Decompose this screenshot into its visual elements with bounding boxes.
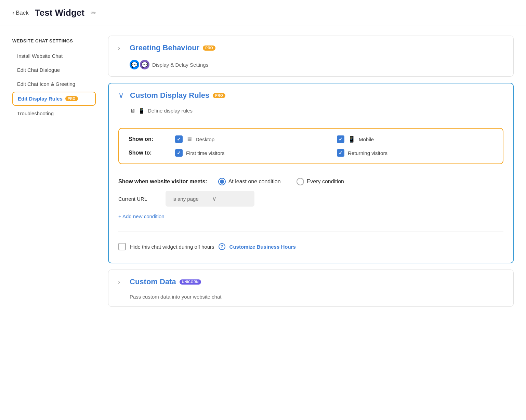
mobile-option[interactable]: 📱 Mobile: [337, 135, 493, 143]
business-hours-text: Hide this chat widget during off hours: [130, 244, 214, 250]
sidebar-section-title: WEBSITE CHAT SETTINGS: [12, 38, 96, 43]
back-button[interactable]: ‹ Back: [12, 9, 29, 16]
display-pro-badge: PRO: [65, 96, 78, 101]
desktop-label: Desktop: [196, 136, 214, 142]
page-header: ‹ Back Test Widget ✏: [0, 0, 526, 26]
every-condition-radio-outer: [297, 178, 304, 185]
messenger-blue-icon: 💬: [130, 60, 139, 69]
help-icon[interactable]: ?: [219, 243, 225, 250]
returning-option[interactable]: Returning visitors: [337, 149, 493, 157]
greeting-section: › Greeting Behaviour PRO 💬 💬 Display & D…: [108, 36, 514, 77]
back-label: Back: [16, 10, 29, 16]
conditions-section: Show when website visitor meets: At leas…: [118, 171, 503, 253]
show-to-label: Show to:: [129, 150, 170, 156]
define-icon-2: 📱: [138, 107, 145, 114]
sidebar-item-troubleshoot[interactable]: Troubleshooting: [12, 107, 96, 120]
sidebar-item-dialogue[interactable]: Edit Chat Dialogue: [12, 64, 96, 76]
mobile-icon: 📱: [348, 135, 355, 143]
desktop-icon: 🖥: [186, 136, 192, 143]
greeting-section-title: Greeting Behaviour PRO: [130, 43, 215, 52]
customize-business-hours-link[interactable]: Customize Business Hours: [229, 244, 296, 250]
show-on-label: Show on:: [129, 136, 170, 142]
custom-data-section: › Custom Data UNICORN Pass custom data i…: [108, 270, 514, 307]
greeting-pro-badge: PRO: [203, 45, 215, 51]
page-title: Test Widget: [35, 8, 84, 18]
edit-icon[interactable]: ✏: [91, 9, 96, 17]
url-condition-row: Current URL is any page ∨: [118, 191, 503, 207]
greeting-section-header[interactable]: › Greeting Behaviour PRO: [108, 36, 513, 60]
desktop-option[interactable]: 🖥 Desktop: [175, 135, 331, 143]
every-condition-radio[interactable]: Every condition: [297, 178, 344, 185]
dropdown-arrow-icon: ∨: [212, 195, 248, 202]
define-icon: 🖥: [130, 108, 135, 114]
custom-data-title: Custom Data UNICORN: [130, 277, 201, 286]
business-hours-row: Hide this chat widget during off hours ?…: [118, 237, 503, 253]
show-options-box: Show on: 🖥 Desktop 📱 Mobile Show to:: [118, 128, 503, 164]
condition-question-row: Show when website visitor meets: At leas…: [118, 178, 503, 185]
main-layout: WEBSITE CHAT SETTINGS Install Website Ch…: [0, 26, 526, 420]
display-rules-title: Custom Display Rules PRO: [130, 91, 225, 100]
display-rules-header[interactable]: ∨ Custom Display Rules PRO: [109, 83, 513, 107]
business-hours-checkbox[interactable]: [118, 243, 126, 250]
messenger-purple-icon: 💬: [140, 60, 149, 69]
first-time-checkbox[interactable]: [175, 149, 183, 157]
add-condition-link[interactable]: + Add new condition: [118, 213, 165, 219]
divider: [118, 232, 503, 232]
every-condition-label: Every condition: [307, 179, 344, 185]
greeting-chevron-icon: ›: [118, 44, 125, 52]
display-rules-chevron-icon: ∨: [118, 91, 125, 100]
first-time-option[interactable]: First time visitors: [175, 149, 331, 157]
display-rules-body: Show on: 🖥 Desktop 📱 Mobile Show to:: [109, 121, 513, 263]
display-rules-pro-badge: PRO: [213, 93, 225, 98]
at-least-one-radio[interactable]: At least one condition: [218, 178, 281, 185]
sidebar-item-display[interactable]: Edit Display Rules PRO: [12, 92, 96, 106]
at-least-one-radio-inner: [220, 180, 224, 184]
mobile-label: Mobile: [359, 136, 374, 142]
sidebar-item-install[interactable]: Install Website Chat: [12, 50, 96, 62]
display-rules-subtitle: 🖥 📱 Define display rules: [109, 107, 513, 121]
desktop-checkbox[interactable]: [175, 135, 183, 143]
mobile-checkbox[interactable]: [337, 135, 344, 143]
sidebar: WEBSITE CHAT SETTINGS Install Website Ch…: [0, 26, 96, 420]
condition-question-label: Show when website visitor meets:: [118, 179, 207, 185]
first-time-label: First time visitors: [186, 150, 225, 156]
display-rules-section: ∨ Custom Display Rules PRO 🖥 📱 Define di…: [108, 83, 514, 263]
url-condition-value: is any page: [172, 196, 208, 202]
back-chevron-icon: ‹: [12, 9, 14, 16]
returning-label: Returning visitors: [348, 150, 387, 156]
custom-data-chevron-icon: ›: [118, 278, 125, 286]
sidebar-item-icon[interactable]: Edit Chat Icon & Greeting: [12, 78, 96, 90]
unicorn-badge: UNICORN: [180, 279, 201, 285]
custom-data-subtitle: Pass custom data into your website chat: [108, 294, 513, 306]
main-content: › Greeting Behaviour PRO 💬 💬 Display & D…: [96, 26, 526, 420]
url-condition-dropdown[interactable]: is any page ∨: [166, 191, 254, 207]
url-condition-label: Current URL: [118, 196, 159, 202]
greeting-subtitle: 💬 💬 Display & Delay Settings: [108, 60, 513, 76]
at-least-one-label: At least one condition: [228, 179, 281, 185]
custom-data-header[interactable]: › Custom Data UNICORN: [108, 270, 513, 294]
returning-checkbox[interactable]: [337, 149, 344, 157]
at-least-one-radio-outer: [218, 178, 226, 185]
